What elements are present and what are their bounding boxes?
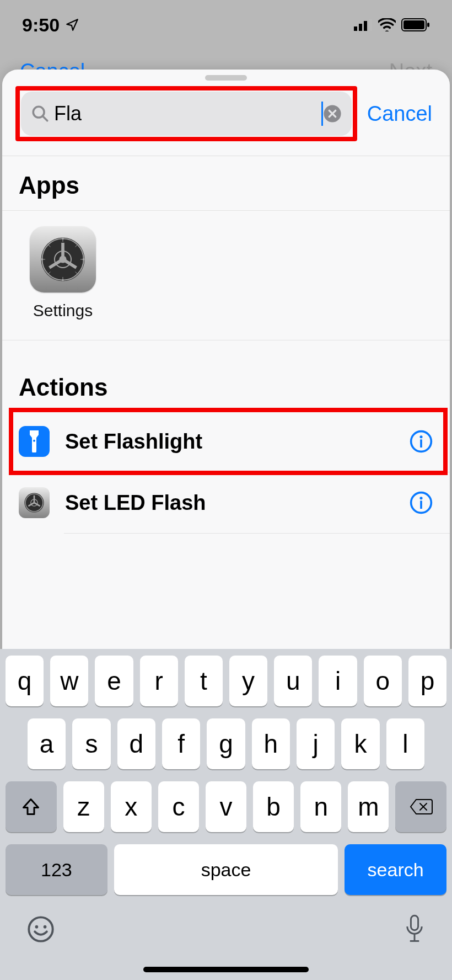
key-h[interactable]: h xyxy=(252,718,290,769)
keyboard: q w e r t y u i o p a s d f g h j k l z xyxy=(0,649,452,980)
svg-point-44 xyxy=(44,925,47,929)
key-y[interactable]: y xyxy=(229,656,267,706)
svg-rect-5 xyxy=(403,20,424,29)
settings-action-icon xyxy=(19,487,50,518)
emoji-icon[interactable] xyxy=(26,915,55,944)
app-label: Settings xyxy=(33,301,93,320)
svg-rect-0 xyxy=(354,26,357,31)
key-j[interactable]: j xyxy=(297,718,335,769)
svg-rect-6 xyxy=(427,23,429,27)
key-b[interactable]: b xyxy=(253,781,294,832)
apps-heading: Apps xyxy=(19,172,433,199)
key-shift[interactable] xyxy=(6,781,57,832)
key-v[interactable]: v xyxy=(206,781,246,832)
action-title: Set Flashlight xyxy=(50,430,409,454)
battery-icon xyxy=(401,18,430,31)
search-field[interactable] xyxy=(21,92,352,136)
sheet-grabber[interactable] xyxy=(205,75,247,81)
key-l[interactable]: l xyxy=(386,718,424,769)
action-set-flashlight[interactable]: Set Flashlight xyxy=(2,411,450,472)
key-backspace[interactable] xyxy=(395,781,446,832)
svg-line-8 xyxy=(42,116,47,121)
status-time: 9:50 xyxy=(22,14,60,36)
key-w[interactable]: w xyxy=(50,656,88,706)
svg-rect-2 xyxy=(364,21,367,31)
svg-rect-3 xyxy=(369,19,372,31)
key-123[interactable]: 123 xyxy=(6,844,107,895)
tutorial-highlight-search xyxy=(15,86,357,141)
search-input[interactable] xyxy=(50,102,325,125)
dictation-icon[interactable] xyxy=(403,914,426,945)
svg-point-40 xyxy=(419,497,422,499)
settings-app-icon xyxy=(30,226,96,292)
cellular-icon xyxy=(354,19,373,31)
clear-icon[interactable] xyxy=(323,104,342,123)
key-f[interactable]: f xyxy=(162,718,200,769)
wifi-icon xyxy=(378,18,396,31)
action-title: Set LED Flash xyxy=(50,491,409,515)
actions-section: Actions Set Flashlight xyxy=(2,360,450,534)
svg-rect-45 xyxy=(411,915,418,930)
key-s[interactable]: s xyxy=(72,718,110,769)
search-icon xyxy=(31,104,50,123)
key-n[interactable]: n xyxy=(300,781,341,832)
key-z[interactable]: z xyxy=(63,781,104,832)
key-i[interactable]: i xyxy=(319,656,357,706)
key-e[interactable]: e xyxy=(95,656,133,706)
svg-rect-41 xyxy=(420,500,422,509)
cancel-button[interactable]: Cancel xyxy=(367,102,437,126)
key-a[interactable]: a xyxy=(28,718,66,769)
key-p[interactable]: p xyxy=(408,656,446,706)
key-d[interactable]: d xyxy=(117,718,155,769)
action-set-led-flash[interactable]: Set LED Flash xyxy=(2,472,450,533)
key-r[interactable]: r xyxy=(140,656,178,706)
key-g[interactable]: g xyxy=(207,718,245,769)
shift-icon xyxy=(21,797,41,817)
svg-rect-1 xyxy=(359,24,362,31)
home-indicator[interactable] xyxy=(143,967,309,972)
key-m[interactable]: m xyxy=(348,781,389,832)
svg-point-31 xyxy=(419,435,422,438)
key-q[interactable]: q xyxy=(6,656,44,706)
key-space[interactable]: space xyxy=(114,844,338,895)
status-bar: 9:50 xyxy=(0,0,452,50)
location-icon xyxy=(65,18,79,32)
svg-rect-32 xyxy=(420,439,422,448)
svg-point-43 xyxy=(35,925,39,929)
key-o[interactable]: o xyxy=(364,656,402,706)
app-item-settings[interactable]: Settings xyxy=(19,211,107,320)
key-x[interactable]: x xyxy=(111,781,152,832)
flashlight-icon xyxy=(19,426,50,457)
info-icon[interactable] xyxy=(409,491,433,515)
svg-point-42 xyxy=(29,917,52,941)
key-search[interactable]: search xyxy=(345,844,446,895)
key-u[interactable]: u xyxy=(274,656,312,706)
apps-section: Apps xyxy=(2,156,450,360)
key-t[interactable]: t xyxy=(185,656,223,706)
key-c[interactable]: c xyxy=(158,781,199,832)
backspace-icon xyxy=(410,798,433,815)
info-icon[interactable] xyxy=(409,429,433,454)
svg-point-29 xyxy=(33,440,35,442)
actions-heading: Actions xyxy=(2,374,450,411)
key-k[interactable]: k xyxy=(341,718,379,769)
